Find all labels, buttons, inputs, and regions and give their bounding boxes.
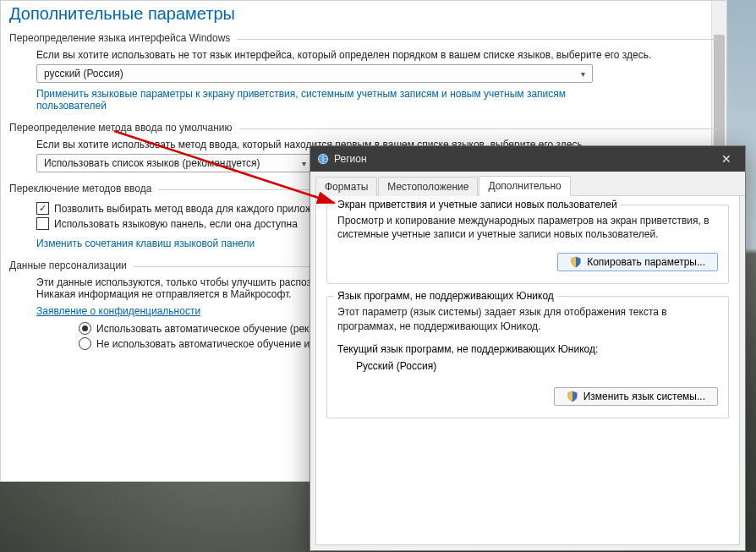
shield-icon — [567, 391, 578, 402]
group-title: Переключение методов ввода — [9, 183, 151, 194]
copy-settings-button[interactable]: Копировать параметры... — [557, 253, 718, 271]
select-value: Использовать список языков (рекомендуетс… — [44, 157, 260, 169]
apply-to-welcome-link[interactable]: Применить языковые параметры к экрану пр… — [36, 88, 594, 112]
radio-circle-icon — [79, 337, 91, 350]
tab-row: Форматы Местоположение Дополнительно — [310, 172, 745, 196]
fieldset-legend: Экран приветствия и учетные записи новых… — [334, 199, 621, 210]
button-label: Копировать параметры... — [587, 256, 705, 268]
group-override-display-language: Переопределение языка интерфейса Windows… — [9, 32, 726, 113]
divider — [237, 39, 718, 40]
fieldset-welcome-screen: Экран приветствия и учетные записи новых… — [326, 205, 729, 284]
button-label: Изменить язык системы... — [583, 391, 705, 402]
chevron-down-icon: ▾ — [302, 159, 306, 168]
tab-formats[interactable]: Форматы — [315, 177, 377, 196]
change-system-language-button[interactable]: Изменить язык системы... — [554, 387, 718, 406]
current-language-value: Русский (Россия) — [356, 360, 718, 372]
fieldset-description: Просмотр и копирование международных пар… — [337, 214, 718, 241]
input-method-select[interactable]: Использовать список языков (рекомендуетс… — [36, 154, 314, 172]
page-title: Дополнительные параметры — [1, 1, 726, 29]
close-button[interactable]: ✕ — [708, 146, 745, 172]
globe-icon — [317, 153, 329, 165]
fieldset-legend: Язык программ, не поддерживающих Юникод — [334, 290, 557, 302]
divider — [239, 128, 718, 129]
checkbox-box-icon: ✓ — [36, 202, 49, 215]
fieldset-description: Этот параметр (язык системы) задает язык… — [337, 305, 718, 332]
tab-panel-advanced: Экран приветствия и учетные записи новых… — [315, 196, 740, 545]
change-hotkeys-link[interactable]: Изменить сочетания клавиш языковой панел… — [36, 238, 255, 249]
checkbox-box-icon — [36, 217, 49, 230]
fieldset-non-unicode: Язык программ, не поддерживающих Юникод … — [326, 296, 729, 418]
chevron-down-icon: ▾ — [581, 69, 585, 79]
select-value: русский (Россия) — [44, 68, 123, 79]
dialog-titlebar[interactable]: Регион ✕ — [310, 146, 745, 172]
display-language-select[interactable]: русский (Россия) ▾ — [36, 64, 593, 83]
group-title: Переопределение метода ввода по умолчани… — [9, 122, 233, 134]
dialog-title: Регион — [334, 153, 367, 165]
close-icon: ✕ — [721, 152, 731, 166]
checkbox-label: Позволить выбирать метод ввода для каждо… — [54, 203, 334, 215]
region-dialog: Регион ✕ Форматы Местоположение Дополнит… — [310, 145, 746, 551]
tab-location[interactable]: Местоположение — [378, 177, 478, 196]
current-language-label: Текущий язык программ, не поддерживающих… — [337, 343, 718, 355]
tab-advanced[interactable]: Дополнительно — [479, 176, 570, 196]
group-title: Переопределение языка интерфейса Windows — [9, 32, 230, 44]
group-title: Данные персонализации — [9, 260, 127, 271]
shield-icon — [570, 256, 582, 268]
checkbox-label: Использовать языковую панель, если она д… — [54, 218, 298, 230]
privacy-statement-link[interactable]: Заявление о конфиденциальности — [36, 305, 200, 317]
group-description: Если вы хотите использовать не тот язык … — [36, 49, 716, 61]
radio-circle-icon — [79, 322, 91, 335]
